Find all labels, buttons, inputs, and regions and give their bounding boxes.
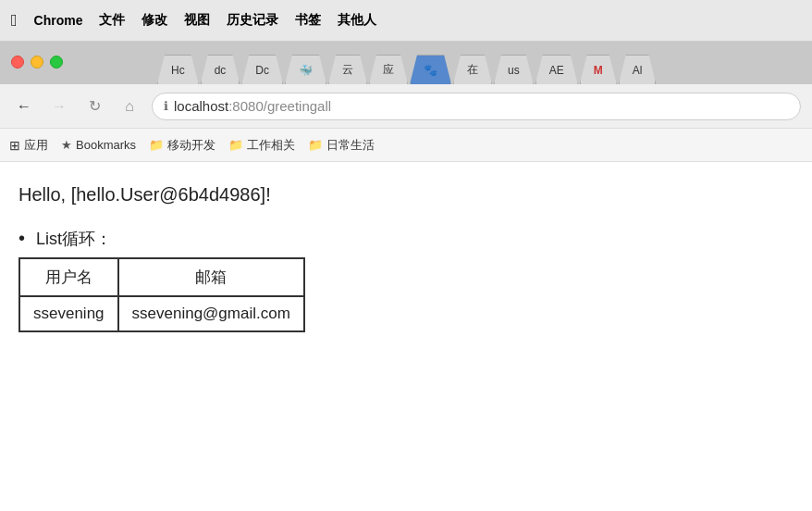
daily-folder[interactable]: 📁 日常生活 [308, 137, 375, 154]
folder-icon-mobile: 📁 [149, 138, 164, 152]
nav-bar: ← → ↻ ⌂ ℹ localhost:8080/greetingall [0, 84, 812, 129]
tab-us[interactable]: us [494, 55, 534, 84]
tab-app[interactable]: 应 [369, 55, 408, 84]
tab-bar: Hc dc Dc 🐳 云 应 🐾 在 us AE M Al [0, 42, 812, 84]
menu-file[interactable]: 文件 [99, 12, 125, 29]
tab-al[interactable]: Al [619, 55, 657, 84]
mobile-dev-folder[interactable]: 📁 移动开发 [149, 137, 215, 154]
folder-icon-work: 📁 [228, 138, 243, 152]
apps-grid-icon: ⊞ [9, 138, 20, 153]
ssl-icon: ℹ [164, 99, 168, 113]
table-cell: ssevening@gmail.com [118, 296, 304, 331]
forward-button[interactable]: → [46, 93, 72, 119]
work-folder[interactable]: 📁 工作相关 [228, 137, 295, 154]
url-text: localhost:8080/greetingall [174, 98, 331, 114]
list-label: List循环： [36, 228, 112, 250]
col-email: 邮箱 [118, 258, 304, 296]
folder-icon-daily: 📁 [308, 138, 323, 152]
apps-label: 应用 [24, 137, 48, 154]
apps-bookmark[interactable]: ⊞ 应用 [9, 137, 48, 154]
page-content: Hello, [hello.User@6b4d4986]! • List循环： … [0, 162, 812, 369]
traffic-lights [11, 56, 63, 69]
menu-edit[interactable]: 修改 [141, 12, 167, 29]
apple-logo[interactable]:  [11, 11, 18, 31]
table-cell: ssevening [19, 296, 118, 331]
mobile-dev-label: 移动开发 [167, 137, 215, 154]
tab-m[interactable]: M [580, 55, 617, 84]
user-table: 用户名 邮箱 sseveningssevening@gmail.com [18, 257, 305, 332]
app-name[interactable]: Chrome [34, 13, 83, 28]
tab-ae[interactable]: AE [535, 55, 578, 84]
tab-cloud[interactable]: 云 [328, 55, 367, 84]
col-username: 用户名 [19, 258, 118, 296]
tab-dc[interactable]: dc [201, 55, 240, 84]
tab-docker[interactable]: 🐳 [285, 55, 326, 84]
menu-bookmarks[interactable]: 书签 [295, 12, 321, 29]
list-item-row: • List循环： [18, 228, 794, 250]
maximize-button[interactable] [50, 56, 63, 69]
menu-bar:  Chrome 文件 修改 视图 历史记录 书签 其他人 [0, 0, 812, 42]
tab-paw[interactable]: 🐾 [410, 55, 451, 84]
daily-label: 日常生活 [326, 137, 375, 154]
tab-dc2[interactable]: Dc [241, 55, 283, 84]
minimize-button[interactable] [31, 56, 43, 69]
star-icon: ★ [61, 138, 72, 152]
table-row: sseveningssevening@gmail.com [19, 296, 304, 331]
menu-view[interactable]: 视图 [184, 12, 210, 29]
table-header-row: 用户名 邮箱 [19, 258, 304, 296]
close-button[interactable] [11, 56, 24, 69]
url-bar[interactable]: ℹ localhost:8080/greetingall [152, 93, 801, 120]
bookmarks-bar: ⊞ 应用 ★ Bookmarks 📁 移动开发 📁 工作相关 📁 日常生活 [0, 129, 812, 162]
work-label: 工作相关 [247, 137, 295, 154]
tab-hc[interactable]: Hc [157, 55, 199, 84]
menu-history[interactable]: 历史记录 [227, 12, 278, 29]
bookmarks-label: Bookmarks [76, 138, 136, 152]
greeting-text: Hello, [hello.User@6b4d4986]! [18, 184, 794, 206]
back-button[interactable]: ← [11, 93, 37, 119]
bookmarks-folder[interactable]: ★ Bookmarks [61, 138, 136, 152]
home-button[interactable]: ⌂ [117, 93, 142, 119]
bullet-icon: • [18, 228, 25, 249]
tab-in[interactable]: 在 [453, 55, 492, 84]
reload-button[interactable]: ↻ [81, 93, 107, 119]
menu-other[interactable]: 其他人 [338, 12, 376, 29]
list-section: • List循环： 用户名 邮箱 sseveningssevening@gmai… [18, 228, 794, 332]
